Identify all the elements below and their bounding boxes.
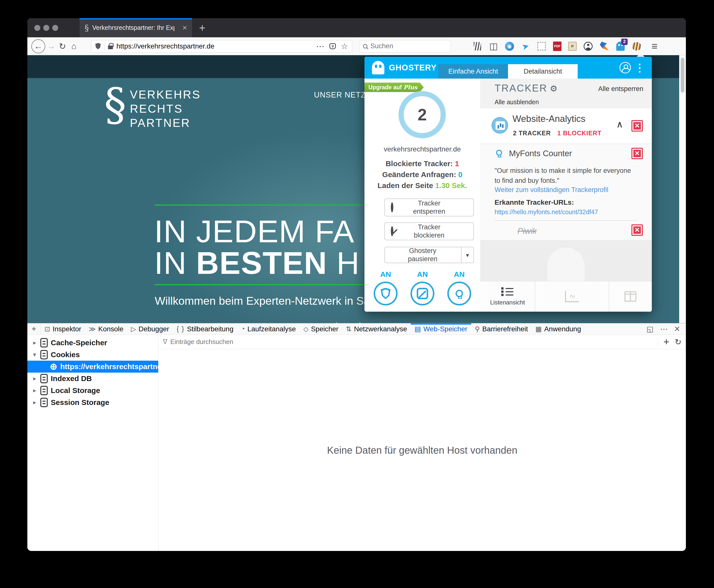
unblock-all-link[interactable]: Alle entsperren: [598, 85, 643, 93]
tracker-profile-link[interactable]: Weiter zum vollständigen Trackerprofil: [495, 186, 608, 194]
rewards-button[interactable]: [609, 281, 652, 312]
pick-element-button[interactable]: [27, 323, 41, 335]
expander-collapsed-icon[interactable]: [32, 375, 37, 382]
tracker-category-row[interactable]: Website-Analytics 2 TRACKER1 BLOCKIERT: [480, 108, 652, 144]
media-extension-icon[interactable]: [505, 42, 514, 51]
pdf-extension-icon[interactable]: PDF: [553, 42, 562, 51]
tab-laufzeitanalyse[interactable]: Laufzeitanalyse: [237, 323, 299, 335]
pause-dropdown-button[interactable]: [461, 247, 474, 262]
tab-netzwerkanalyse[interactable]: Netzwerkanalyse: [342, 323, 411, 335]
bookmark-star-icon[interactable]: [341, 42, 348, 51]
tracker-url-link[interactable]: https://hello.myfonts.net/count/32df47: [495, 208, 598, 216]
sidebars-icon[interactable]: [489, 42, 498, 51]
sidebar-item-cookies[interactable]: Cookies: [27, 349, 158, 361]
tab-detail-view[interactable]: Detailansicht: [508, 64, 578, 79]
site-logo-text[interactable]: VERKEHRS RECHTS PARTNER: [130, 87, 201, 130]
responsive-mode-icon[interactable]: [646, 324, 653, 333]
tracker-name[interactable]: MyFonts Counter: [509, 149, 572, 158]
tracker-detail-panel: TRACKER Alle entsperren Alle ausblenden …: [480, 79, 652, 312]
tab-debugger[interactable]: Debugger: [127, 323, 173, 335]
site-logo-glyph[interactable]: §: [104, 85, 126, 125]
search-input[interactable]: [371, 42, 440, 50]
hide-all-link[interactable]: Alle ausblenden: [495, 99, 539, 106]
tab-simple-view[interactable]: Einfache Ansicht: [438, 64, 508, 79]
home-icon[interactable]: [68, 41, 80, 51]
sidebar-item-cache-speicher[interactable]: Cache-Speicher: [27, 337, 158, 349]
tab-title: Verkehrsrechtspartner: Ihr Expe: [92, 24, 174, 31]
upgrade-plus-banner[interactable]: Upgrade auf Plus: [364, 83, 424, 92]
stat-modified: Geänderte Anfragen: 0: [364, 169, 480, 180]
reload-icon[interactable]: [57, 41, 68, 51]
tracker-settings-gear-icon[interactable]: [550, 84, 556, 93]
tracker-bulb-icon: [496, 150, 502, 156]
tab-konsole[interactable]: Konsole: [85, 323, 127, 335]
kebab-icon[interactable]: [634, 62, 645, 74]
block-trackers-button[interactable]: Tracker blockieren: [384, 223, 474, 240]
pocket-icon[interactable]: [329, 43, 336, 49]
devtools-overflow-icon[interactable]: [660, 324, 668, 334]
forward-icon[interactable]: [45, 41, 57, 51]
pause-toggle[interactable]: AN: [445, 270, 473, 306]
tab-close-icon[interactable]: [182, 23, 187, 32]
tab-web-speicher[interactable]: Web-Speicher: [411, 323, 471, 335]
collapse-chevron-icon[interactable]: [616, 119, 623, 130]
block-tracker-checkbox[interactable]: [631, 148, 643, 159]
block-category-checkbox[interactable]: [631, 120, 643, 131]
downloader-extension-icon[interactable]: [600, 42, 609, 51]
accessibility-icon: [475, 325, 480, 333]
tab-barrierefreiheit[interactable]: Barrierefreiheit: [471, 323, 532, 335]
block-piwik-checkbox[interactable]: [631, 224, 643, 236]
tab-speicher[interactable]: Speicher: [299, 323, 342, 335]
menu-icon[interactable]: [649, 40, 660, 52]
tracking-protection-shield-icon[interactable]: [95, 43, 101, 49]
lock-icon[interactable]: [108, 45, 113, 49]
tab-inspektor[interactable]: Inspektor: [41, 323, 85, 335]
restrict-toggle[interactable]: AN: [409, 270, 436, 306]
storage-content: Keine Daten für gewählten Host vorhanden: [159, 349, 686, 551]
trust-toggle[interactable]: AN: [372, 270, 399, 306]
pdf-tools-extension-icon[interactable]: P: [568, 42, 577, 51]
screenshot-extension-icon[interactable]: [538, 42, 546, 50]
browser-tab[interactable]: § Verkehrsrechtspartner: Ihr Expe: [80, 18, 192, 37]
navigation-toolbar: https://verkehrsrechtspartner.de PDF P 2: [27, 37, 686, 55]
unblock-trackers-button[interactable]: Tracker entsperren: [384, 198, 474, 216]
expander-expanded-icon[interactable]: [32, 352, 37, 358]
url-text[interactable]: https://verkehrsrechtspartner.de: [117, 42, 214, 50]
site-favicon: §: [85, 23, 89, 33]
page-scrollbar[interactable]: [679, 55, 686, 323]
page-actions-icon[interactable]: [316, 41, 324, 51]
devtools-close-icon[interactable]: [674, 323, 680, 334]
search-bar[interactable]: [359, 40, 451, 52]
expander-collapsed-icon[interactable]: [32, 399, 37, 406]
sidebar-item-session-storage[interactable]: Session Storage: [27, 397, 158, 408]
sidebar-item-local-storage[interactable]: Local Storage: [27, 384, 158, 397]
traffic-light-close[interactable]: [34, 25, 40, 31]
cursor-extension-icon[interactable]: [520, 40, 531, 52]
tab-anwendung[interactable]: Anwendung: [532, 323, 585, 335]
traffic-light-minimize[interactable]: [43, 25, 49, 31]
stats-view-button[interactable]: [535, 281, 609, 312]
blocked-tracker-name[interactable]: Piwik: [518, 226, 537, 236]
sidebar-item-indexed-db[interactable]: Indexed DB: [27, 373, 158, 384]
scrollbar-thumb[interactable]: [681, 58, 685, 92]
expander-collapsed-icon[interactable]: [32, 387, 37, 394]
back-button[interactable]: [31, 39, 45, 53]
back-icon: [33, 41, 44, 51]
add-entry-icon[interactable]: [664, 336, 669, 348]
library-icon[interactable]: [474, 42, 481, 50]
traffic-light-maximize[interactable]: [52, 25, 58, 31]
new-tab-icon[interactable]: [199, 22, 206, 34]
refresh-icon[interactable]: [675, 337, 681, 347]
expander-collapsed-icon[interactable]: [32, 339, 37, 346]
theme-extension-icon[interactable]: [632, 42, 641, 50]
tab-stilbearbeitung[interactable]: Stilbearbeitung: [173, 323, 237, 335]
pause-ghostery-button[interactable]: Ghostery pausieren: [384, 247, 474, 263]
list-view-button[interactable]: Listenansicht: [480, 281, 535, 312]
devtools-panel: Inspektor Konsole Debugger Stilbearbeitu…: [27, 323, 686, 551]
account-avatar-icon[interactable]: [620, 62, 631, 74]
storage-filter-input[interactable]: [170, 338, 657, 346]
sidebar-item-host-selected[interactable]: https://verkehrsrechtspartner.de: [27, 361, 158, 373]
ghostery-extension-button[interactable]: 2: [616, 42, 625, 51]
url-bar[interactable]: https://verkehrsrechtspartner.de: [91, 40, 352, 52]
account-extension-icon[interactable]: [584, 42, 593, 51]
